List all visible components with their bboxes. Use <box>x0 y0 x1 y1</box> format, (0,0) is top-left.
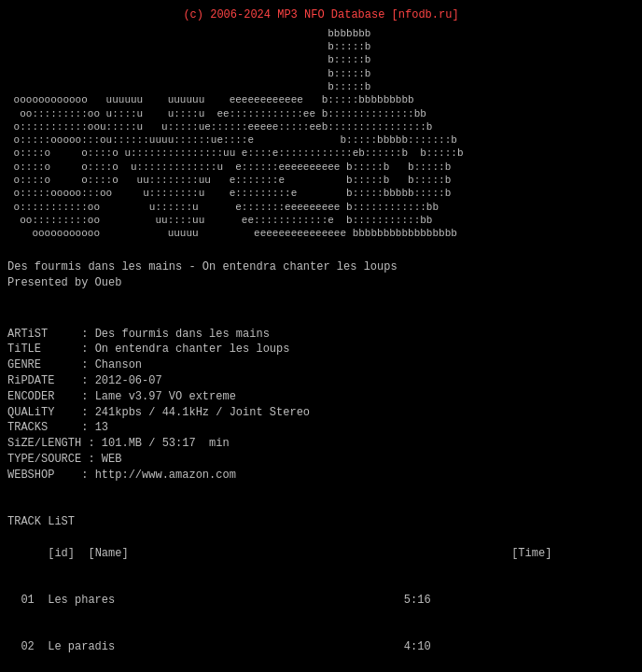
header-line: (c) 2006-2024 MP3 NFO Database [nfodb.ru… <box>7 7 635 23</box>
size-value: 101.MB / 53:17 min <box>102 437 230 450</box>
presented-by-section: Des fourmis dans les mains - On entendra… <box>7 245 635 291</box>
title-value: On entendra chanter les loups <box>95 343 290 356</box>
quality-value: 241kpbs / 44.1kHz / Joint Stereo <box>95 406 310 419</box>
col-name: [Name] <box>88 547 128 560</box>
col-time: [Time] <box>511 547 551 560</box>
list-item: 01 Les phares 5:16 <box>7 593 635 609</box>
webshop-value: http://www.amazon.com <box>95 469 236 482</box>
artist-value: Des fourmis dans les mains <box>95 328 270 341</box>
presented-line1: Des fourmis dans les mains - On entendra… <box>7 260 398 273</box>
encoder-value: Lame v3.97 VO extreme <box>95 390 236 403</box>
metadata-block: ARTiST : Des fourmis dans les mains TiTL… <box>7 328 310 482</box>
track-rows: 01 Les phares 5:16 02 Le paradis 4:10 03… <box>7 577 635 672</box>
tracklist-header: TRACK LiST <box>7 515 75 528</box>
ascii-art: bbbbbbb b:::::b b:::::b b:::::b <box>7 27 635 241</box>
genre-value: Chanson <box>95 358 142 371</box>
header-title: (c) 2006-2024 MP3 NFO Database [nfodb.ru… <box>183 8 458 21</box>
tracks-value: 13 <box>95 421 108 434</box>
metadata-section: ARTiST : Des fourmis dans les mains TiTL… <box>7 295 635 498</box>
ripdate-value: 2012-06-07 <box>95 374 162 387</box>
type-value: WEB <box>102 453 122 466</box>
tracklist-section: TRACK LiST [id] [Name] [Time] <box>7 498 635 577</box>
col-id: [id] <box>48 547 75 560</box>
presented-line2: Presented by Oueb <box>7 276 121 289</box>
list-item: 02 Le paradis 4:10 <box>7 639 635 655</box>
